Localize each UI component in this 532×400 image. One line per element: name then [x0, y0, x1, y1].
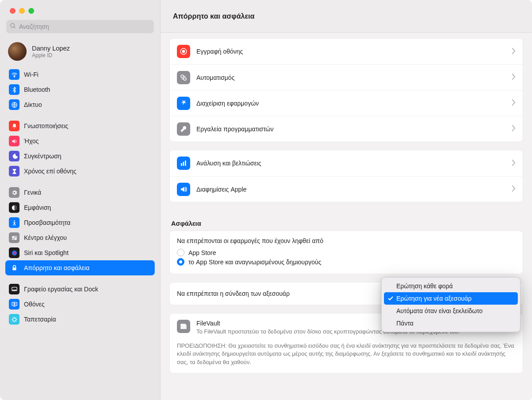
privacy-row-label: Ανάλυση και βελτιώσεις: [196, 160, 505, 167]
radio-option[interactable]: App Store: [177, 249, 516, 256]
svg-point-2: [14, 76, 15, 77]
svg-rect-25: [183, 162, 184, 166]
privacy-row-label: Εργαλεία προγραμματιστών: [196, 125, 505, 133]
svg-point-10: [12, 250, 16, 255]
sidebar-item-label: Wi-Fi: [24, 71, 39, 78]
devtools-icon: [177, 122, 190, 136]
radio-label: το App Store και αναγνωρισμένους δημιουρ…: [188, 259, 321, 266]
privacy-row-ads[interactable]: Διαφημίσεις Apple: [170, 176, 523, 202]
dropdown-option[interactable]: Αυτόματα όταν είναι ξεκλείδωτο: [384, 305, 518, 317]
sidebar-item-label: Bluetooth: [24, 86, 50, 93]
main-pane: Απόρρητο και ασφάλεια Εγγραφή οθόνηςΑυτο…: [160, 0, 532, 400]
svg-point-22: [181, 75, 184, 78]
dock-icon: [9, 284, 20, 294]
chevron-right-icon: [512, 47, 516, 56]
sidebar-item-label: Εμφάνιση: [24, 204, 51, 211]
search-field[interactable]: [6, 20, 154, 33]
privacy-row-record[interactable]: Εγγραφή οθόνης: [170, 39, 523, 64]
account-row[interactable]: Danny Lopez Apple ID: [0, 38, 160, 67]
chevron-right-icon: [512, 125, 516, 133]
sidebar-item-siri[interactable]: Siri και Spotlight: [5, 245, 155, 260]
sidebar-item-bluetooth[interactable]: Bluetooth: [5, 82, 155, 97]
svg-point-0: [11, 24, 15, 27]
search-input[interactable]: [19, 23, 150, 30]
radio-button[interactable]: [177, 249, 184, 256]
dropdown-option[interactable]: Ερώτηση για νέα αξεσουάρ: [384, 292, 518, 305]
privacy-row-label: Διαφημίσεις Apple: [196, 186, 505, 193]
filevault-icon: [177, 320, 190, 333]
svg-rect-13: [12, 267, 16, 270]
titlebar: Απόρρητο και ασφάλεια: [160, 0, 532, 33]
svg-line-1: [14, 27, 15, 28]
privacy-row-label: Εγγραφή οθόνης: [196, 48, 505, 55]
security-section-title: Ασφάλεια: [169, 210, 523, 231]
sidebar-item-appearance[interactable]: Εμφάνιση: [5, 200, 155, 215]
dropdown-option[interactable]: Ερώτηση κάθε φορά: [384, 280, 518, 292]
accessibility-icon: [9, 217, 20, 228]
allow-accessories-label: Να επιτρέπεται η σύνδεση των αξεσουάρ: [177, 290, 289, 297]
svg-point-9: [15, 238, 16, 239]
filevault-warning: ΠΡΟΕΙΔΟΠΟΙΗΣΗ: Θα χρειαστείτε το συνθημα…: [177, 342, 516, 367]
sidebar-item-label: Γραφείο εργασίας και Dock: [24, 286, 98, 293]
wifi-icon: [9, 69, 20, 80]
sidebar: Danny Lopez Apple ID Wi-FiBluetoothΔίκτυ…: [0, 0, 160, 400]
allow-apps-title: Να επιτρέπονται οι εφαρμογές που έχουν λ…: [177, 237, 516, 244]
dropdown-option-label: Ερώτηση κάθε φορά: [396, 282, 453, 290]
sidebar-item-accessibility[interactable]: Προσβασιμότητα: [5, 215, 155, 230]
wallpaper-icon: [9, 314, 20, 325]
gear-icon: [9, 187, 20, 198]
controlcenter-icon: [9, 232, 20, 243]
automation-icon: [177, 71, 190, 84]
network-icon: [9, 99, 20, 110]
radio-label: App Store: [188, 249, 216, 256]
chevron-right-icon: [512, 185, 516, 193]
account-sub: Apple ID: [32, 52, 70, 59]
svg-point-5: [14, 220, 15, 221]
minimize-button[interactable]: [19, 8, 25, 14]
sidebar-item-label: Siri και Spotlight: [24, 249, 69, 256]
sidebar-item-wifi[interactable]: Wi-Fi: [5, 67, 155, 82]
sidebar-item-bell[interactable]: Γνωστοποιήσεις: [5, 118, 155, 133]
sidebar-item-gear[interactable]: Γενικά: [5, 185, 155, 200]
sidebar-item-label: Ταπετσαρία: [24, 316, 56, 323]
sidebar-item-controlcenter[interactable]: Κέντρο ελέγχου: [5, 230, 155, 245]
chevron-right-icon: [512, 73, 516, 82]
svg-point-23: [184, 78, 186, 80]
close-button[interactable]: [10, 8, 16, 14]
sidebar-item-label: Συγκέντρωση: [24, 153, 61, 160]
svg-point-21: [182, 50, 185, 53]
svg-rect-15: [12, 290, 16, 290]
accessories-dropdown[interactable]: Ερώτηση κάθε φοράΕρώτηση για νέα αξεσουά…: [381, 277, 520, 332]
privacy-row-label: Αυτοματισμός: [196, 74, 505, 81]
sidebar-item-wallpaper[interactable]: Ταπετσαρία: [5, 312, 155, 327]
sidebar-item-label: Ήχος: [24, 137, 39, 145]
privacy-row-devtools[interactable]: Εργαλεία προγραμματιστών: [170, 116, 523, 141]
sidebar-item-displays[interactable]: Οθόνες: [5, 297, 155, 312]
sidebar-item-network[interactable]: Δίκτυο: [5, 97, 155, 112]
sidebar-item-hourglass[interactable]: Χρόνος επί οθόνης: [5, 164, 155, 179]
privacy-row-analytics[interactable]: Ανάλυση και βελτιώσεις: [170, 150, 523, 176]
sidebar-item-sound[interactable]: Ήχος: [5, 133, 155, 149]
sidebar-item-label: Γενικά: [24, 189, 41, 196]
appearance-icon: [9, 202, 20, 213]
maximize-button[interactable]: [28, 8, 34, 14]
search-icon: [10, 23, 16, 31]
radio-option[interactable]: το App Store και αναγνωρισμένους δημιουρ…: [177, 258, 516, 266]
allow-apps-card: Να επιτρέπονται οι εφαρμογές που έχουν λ…: [169, 231, 523, 274]
sidebar-item-dock[interactable]: Γραφείο εργασίας και Dock: [5, 282, 155, 297]
privacy-row-appstore[interactable]: Διαχείριση εφαρμογών: [170, 90, 523, 116]
focus-icon: [9, 151, 20, 161]
record-icon: [177, 45, 190, 58]
sidebar-item-label: Γνωστοποιήσεις: [24, 122, 68, 129]
radio-button[interactable]: [177, 258, 184, 266]
bell-icon: [9, 121, 20, 131]
chevron-right-icon: [512, 99, 516, 107]
traffic-lights: [0, 0, 160, 20]
chevron-right-icon: [512, 159, 516, 168]
dropdown-option[interactable]: Πάντα: [384, 317, 518, 329]
privacy-row-automation[interactable]: Αυτοματισμός: [170, 64, 523, 90]
sidebar-item-focus[interactable]: Συγκέντρωση: [5, 149, 155, 164]
sidebar-item-privacy[interactable]: Απόρρητο και ασφάλεια: [5, 260, 155, 275]
sidebar-item-label: Οθόνες: [24, 301, 44, 308]
appstore-icon: [177, 97, 190, 110]
